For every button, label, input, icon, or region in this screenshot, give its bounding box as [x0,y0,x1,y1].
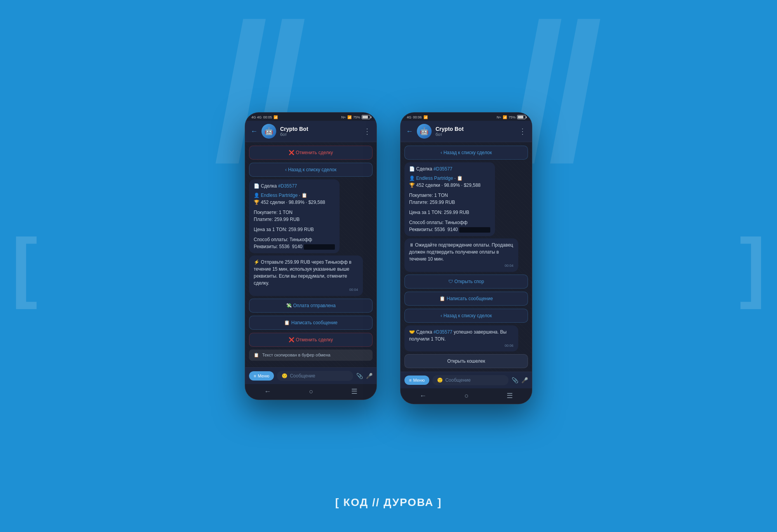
back-button-left[interactable]: ← [251,127,258,136]
msg-time-right-2: 00:06 [409,343,514,349]
redacted-details-right [459,227,490,233]
mic-icon-left[interactable]: 🎤 [366,373,373,379]
success-message: 🤝 Сделка #D35577 успешно завершена. Вы п… [404,325,518,352]
status-bar-left: 4G 4G 00:05 📶 N≈ 📶 75% [245,113,376,121]
nav-bar-right: ← ○ ☰ [401,388,532,404]
bg-bracket-left: [ [12,221,38,311]
cancel-deal-button-top[interactable]: ❌ Отменить сделку [249,146,373,160]
seller-info: 👤 Endless Partridge · 📋 🏆 452 сделки · 9… [254,192,335,206]
payment-method-right: Способ оплаты: Тинькофф Реквизиты: 5536 … [409,219,490,233]
more-button-right[interactable]: ⋮ [519,127,526,136]
seller-name-right: Endless Partridge [416,176,453,181]
menu-button-right[interactable]: ≡ Меню [404,376,429,385]
emoji-icon-right: 🙂 [437,377,443,383]
chat-info-right: Crypto Bot бот [436,126,515,137]
redacted-details [304,244,335,250]
deal-header-right: 📄 Сделка #D35577 [409,165,490,172]
emoji-icon-left: 🙂 [282,373,287,379]
time-left: 00:05 [263,115,272,119]
deal-info-message: 📄 Сделка #D35577 👤 Endless Partridge · 📋… [249,179,340,253]
open-wallet-button[interactable]: Открыть кошелек [404,354,528,368]
battery-icon-right [517,115,526,119]
more-button-left[interactable]: ⋮ [363,127,371,136]
phone-right: 4G 00:06 📶 N≈ 📶 75% ← 🤖 Crypto Bot бот ⋮ [400,112,532,404]
avatar-right: 🤖 [417,124,432,139]
deal-info-message-right: 📄 Сделка #D35577 👤 Endless Partridge · 📋… [404,162,495,236]
footer-text: [ КОД // ДУРОВА ] [335,496,442,509]
menu-button-left[interactable]: ≡ Меню [249,371,274,381]
signal-text: 4G 4G [251,115,262,119]
back-button-right[interactable]: ← [406,127,413,136]
cancel-deal-button-bottom[interactable]: ❌ Отменить сделку [249,333,373,347]
seller-info-right: 👤 Endless Partridge · 📋 🏆 452 сделки · 9… [409,175,490,189]
status-right-right: N≈ 📶 75% [497,115,526,119]
chat-subtitle-right: бот [436,132,515,137]
input-bar-left: ≡ Меню 🙂 Сообщение 📎 🎤 [245,367,376,384]
sim-icon: 📶 [274,115,278,119]
phone-left: 4G 4G 00:05 📶 N≈ 📶 75% ← 🤖 Crypto Bot бо… [245,112,377,400]
copy-icon: 📋 [254,353,259,358]
back-to-list-middle-right[interactable]: ‹ Назад к списку сделок [404,309,528,323]
time-right: 00:06 [413,115,422,119]
deal-header: 📄 Сделка #D35577 [254,183,335,190]
payment-method: Способ оплаты: Тинькофф Реквизиты: 5536 … [254,236,335,250]
nav-back-right[interactable]: ← [420,392,427,400]
write-message-button-left[interactable]: 📋 Написать сообщение [249,316,373,330]
status-left-right: 4G 00:06 📶 [407,115,428,119]
battery-icon [362,115,370,119]
nav-bar-left: ← ○ ☰ [245,384,376,400]
nav-recent-left[interactable]: ☰ [351,387,357,396]
open-dispute-button[interactable]: 🛡 Открыть спор [404,275,528,289]
msg-time-right-1: 00:04 [409,263,514,269]
price-info-right: Цена за 1 TON: 259.99 RUB [409,209,490,216]
attach-icon-right[interactable]: 📎 [512,377,518,383]
attach-icon-left[interactable]: 📎 [356,373,363,379]
mic-icon-right[interactable]: 🎤 [521,377,528,383]
success-deal-id: #D35577 [434,329,453,335]
deal-id-right: #D35577 [434,166,453,172]
menu-label-right: Меню [413,378,425,382]
status-left: 4G 4G 00:05 📶 [251,115,278,119]
bg-bracket-right: ] [739,221,765,311]
sim-icon-right: 📶 [423,115,428,119]
back-to-list-button-top[interactable]: ‹ Назад к списку сделок [249,163,373,177]
deal-details-right: Покупаете: 1 TON Платите: 259.99 RUB [409,192,490,206]
menu-icon-right: ≡ [409,378,411,382]
placeholder-right: Сообщение [445,377,504,383]
battery-percent: 75% [353,115,360,119]
network-icon: N≈ [341,115,346,119]
wifi-icon-right: 📶 [503,115,507,119]
battery-percent-right: 75% [509,115,516,119]
price-info: Цена за 1 TON: 259.99 RUB [254,226,335,233]
nav-back-left[interactable]: ← [264,388,271,396]
copy-notification: 📋 Текст скопирован в буфер обмена [249,349,373,361]
nav-recent-right[interactable]: ☰ [507,391,513,400]
bg-slash-4: / [548,0,602,204]
message-input-right[interactable]: 🙂 Сообщение [432,375,509,385]
payment-sent-button[interactable]: 💸 Оплата отправлена [249,299,373,313]
chat-name-right: Crypto Bot [436,126,515,132]
chat-body-left: ❌ Отменить сделку ‹ Назад к списку сдело… [245,142,376,367]
msg-time-1: 00:04 [254,287,358,293]
chat-header-right: ← 🤖 Crypto Bot бот ⋮ [401,121,532,142]
message-input-left[interactable]: 🙂 Сообщение [277,371,353,381]
write-message-button-right[interactable]: 📋 Написать сообщение [404,292,528,306]
deal-id-left: #D35577 [278,183,297,189]
status-right: N≈ 📶 75% [341,115,370,119]
copy-text: Текст скопирован в буфер обмена [262,353,330,357]
chat-name-left: Crypto Bot [280,126,359,132]
chat-header-left: ← 🤖 Crypto Bot бот ⋮ [245,121,376,142]
wifi-icon: 📶 [347,115,352,119]
phones-container: 4G 4G 00:05 📶 N≈ 📶 75% ← 🤖 Crypto Bot бо… [245,112,532,404]
chat-info-left: Crypto Bot бот [280,126,359,137]
send-payment-message: ⚡ Отправьте 259.99 RUB через Тинькофф в … [249,256,363,296]
back-to-list-top-right[interactable]: ‹ Назад к списку сделок [404,146,528,160]
nav-home-right[interactable]: ○ [465,392,469,400]
placeholder-left: Сообщение [290,373,348,379]
deal-details: Покупаете: 1 TON Платите: 259.99 RUB [254,209,335,223]
nav-home-left[interactable]: ○ [309,388,314,396]
input-bar-right: ≡ Меню 🙂 Сообщение 📎 🎤 [401,372,532,388]
waiting-message: ⏸ Ожидайте подтверждение оплаты. Продаве… [404,238,518,272]
chat-subtitle-left: бот [280,132,359,137]
chat-body-right: ‹ Назад к списку сделок 📄 Сделка #D35577… [401,142,532,372]
